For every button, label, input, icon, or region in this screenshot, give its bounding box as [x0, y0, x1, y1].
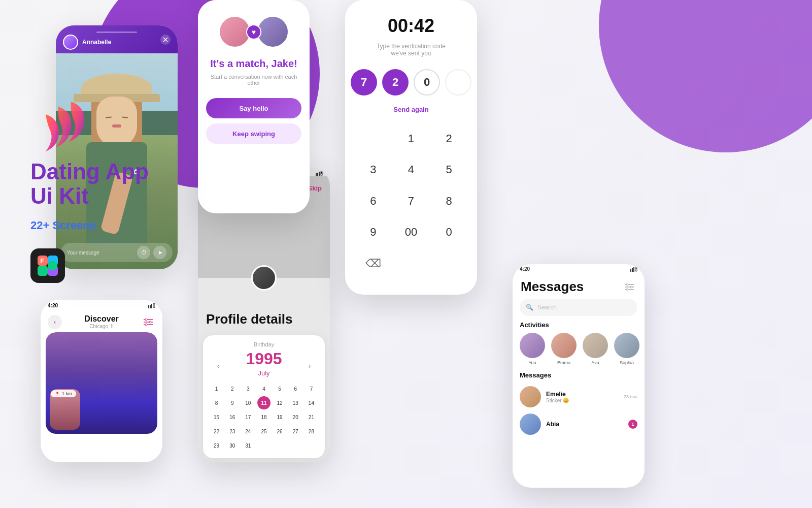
activity-ava[interactable]: Ava: [583, 333, 608, 365]
say-hello-button[interactable]: Say hello: [206, 98, 301, 118]
message-emelie[interactable]: Emelie Sticker 😊 23 min: [513, 383, 645, 410]
selected-date[interactable]: 11: [257, 396, 270, 409]
activity-avatar-emma: [551, 333, 577, 358]
screens-count: 22+ Screens: [30, 219, 149, 232]
numpad-3[interactable]: 3: [355, 156, 391, 183]
svg-point-4: [48, 261, 57, 270]
activity-avatar-sophia: [614, 333, 639, 358]
message-abia[interactable]: Abia 1: [513, 410, 645, 438]
profile-avatar: [251, 265, 277, 291]
search-input[interactable]: Search: [537, 304, 557, 311]
app-logo: [30, 91, 96, 157]
activity-sophia[interactable]: Sophia: [614, 333, 639, 365]
svg-rect-17: [154, 304, 154, 306]
match-heart-icon: ♥: [246, 24, 261, 40]
messages-label: Messages: [513, 371, 645, 383]
emelie-name: Emelie: [546, 391, 619, 398]
discover-location: Chicago, Il: [84, 324, 119, 329]
messages-filter-button[interactable]: [622, 280, 636, 294]
emelie-avatar: [520, 386, 541, 407]
activity-name-emma: Emma: [557, 360, 570, 365]
back-button[interactable]: ‹: [48, 315, 62, 329]
svg-rect-15: [151, 304, 152, 308]
phone-messages: 4:20 Messages 🔍 Search Activities You: [513, 264, 645, 488]
code-input-circles: 7 2 0: [351, 69, 471, 96]
activity-avatar-you: [520, 333, 545, 358]
svg-point-21: [145, 319, 147, 321]
svg-point-32: [626, 283, 628, 285]
send-button[interactable]: ➤: [153, 246, 166, 259]
phone-discover: 4:20 ‹ Discover Chicago, Il: [41, 300, 162, 462]
code-digit-2: 2: [382, 69, 409, 96]
numpad-9[interactable]: 9: [355, 219, 391, 245]
message-emelie-info: Emelie Sticker 😊: [546, 391, 619, 403]
numpad-6[interactable]: 6: [355, 188, 391, 214]
next-month-button[interactable]: ›: [304, 361, 315, 371]
month-display: July: [246, 369, 282, 377]
activities-label: Activities: [513, 321, 645, 333]
messages-title: Messages: [521, 279, 584, 295]
svg-rect-25: [632, 268, 633, 272]
svg-rect-8: [316, 173, 317, 176]
svg-rect-12: [321, 172, 322, 174]
user-avatar: [63, 35, 78, 50]
svg-point-23: [145, 324, 147, 326]
svg-text:F: F: [40, 258, 44, 265]
activity-you[interactable]: You: [520, 333, 545, 365]
code-digit-4: [445, 69, 471, 96]
send-again-button[interactable]: Send again: [393, 106, 428, 113]
messages-header: Messages: [513, 272, 645, 299]
activity-name-sophia: Sophia: [620, 360, 634, 365]
numpad-0[interactable]: 0: [431, 219, 467, 245]
svg-rect-28: [636, 267, 636, 269]
numpad-1[interactable]: 1: [393, 125, 429, 152]
birthday-label: Birthday: [209, 341, 319, 347]
svg-rect-13: [148, 305, 149, 308]
filter-button[interactable]: [141, 315, 155, 329]
code-digit-3: 0: [414, 69, 440, 96]
phone-match: ♥ It's a match, Jake! Start a conversati…: [198, 0, 310, 213]
discover-cards[interactable]: 📍 1 km: [46, 332, 157, 434]
message-abia-info: Abia: [546, 421, 623, 428]
calendar-grid: 1 2 3 4 5 6 7 8 9 10 11 12 13 14 15 16 1…: [209, 382, 319, 452]
activities-row: You Emma Ava Sophia: [513, 333, 645, 371]
keep-swiping-button[interactable]: Keep swiping: [206, 123, 301, 144]
numpad-8[interactable]: 8: [431, 188, 467, 214]
profile-details-title: Profile details: [198, 303, 330, 335]
svg-rect-26: [633, 267, 634, 272]
svg-rect-2: [38, 266, 48, 276]
activity-emma[interactable]: Emma: [551, 333, 577, 365]
left-panel: Dating App Ui Kit 22+ Screens F: [30, 91, 149, 283]
prev-month-button[interactable]: ‹: [213, 361, 223, 371]
numpad-4[interactable]: 4: [393, 156, 429, 183]
svg-rect-10: [319, 172, 320, 176]
numpad-00[interactable]: 00: [393, 219, 429, 245]
activity-name-you: You: [528, 360, 536, 365]
search-bar[interactable]: 🔍 Search: [520, 299, 637, 316]
progress-bar: [96, 31, 137, 33]
activity-name-ava: Ava: [591, 360, 599, 365]
phone-verification: 00:42 Type the verification codewe've se…: [345, 0, 477, 295]
distance-badge: 📍 1 km: [51, 390, 76, 397]
discover-status-bar: 4:20: [41, 300, 162, 308]
svg-point-33: [630, 286, 632, 288]
user-name: Annabelle: [82, 39, 111, 46]
activity-avatar-ava: [583, 333, 608, 358]
svg-rect-24: [630, 269, 631, 272]
discover-title: Discover: [84, 314, 119, 324]
figma-badge: F: [30, 248, 65, 283]
numpad: 1 2 3 4 5 6 7 8 9 00 0 ⌫: [355, 125, 467, 279]
numpad-2[interactable]: 2: [431, 125, 467, 152]
numpad-5[interactable]: 5: [431, 156, 467, 183]
code-digit-1: 7: [351, 69, 377, 96]
emelie-time: 23 min: [624, 394, 637, 399]
timer-display: 00:42: [388, 15, 434, 37]
messages-status-bar: 4:20: [513, 264, 645, 272]
skip-button[interactable]: Skip: [308, 184, 322, 192]
unread-badge: 1: [628, 420, 637, 429]
numpad-7[interactable]: 7: [393, 188, 429, 214]
close-icon[interactable]: [160, 35, 171, 45]
numpad-delete[interactable]: ⌫: [355, 250, 391, 277]
svg-point-34: [626, 289, 628, 291]
abia-avatar: [520, 414, 541, 435]
